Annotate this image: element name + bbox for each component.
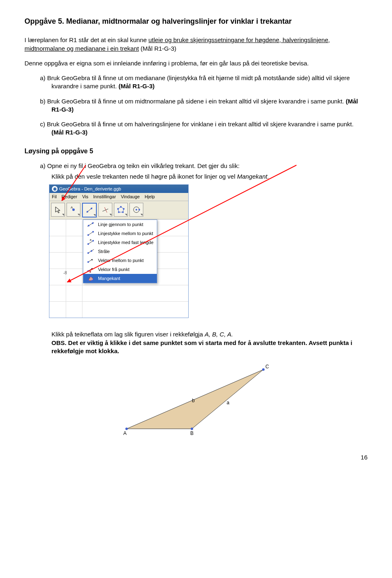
svg-point-27 bbox=[87, 252, 89, 254]
geogebra-screenshot: ◉ GeoGebra - Den_deriverte.ggb Fil Redig… bbox=[49, 184, 188, 318]
vertex-b-label: B bbox=[190, 430, 194, 436]
dd-label: Vektor frå punkt bbox=[98, 267, 129, 273]
menu-innstillingar[interactable]: Innstillingar bbox=[93, 194, 116, 200]
below-text-italic: A, B, C, A. bbox=[205, 331, 233, 338]
dropdown-triangle-icon bbox=[78, 214, 80, 216]
vertex-c-label: C bbox=[265, 364, 269, 370]
menu-vis[interactable]: Vis bbox=[82, 194, 88, 200]
menu-hjelp[interactable]: Hjelp bbox=[145, 194, 155, 200]
title-rest: Medianar, midtnormalar og halveringslinj… bbox=[66, 17, 292, 25]
page-title: Oppgåve 5. Medianar, midtnormalar og hal… bbox=[24, 16, 368, 26]
item-c: c) Bruk GeoGebra til å finne ut om halve… bbox=[40, 120, 368, 137]
svg-text:A: A bbox=[71, 206, 73, 209]
svg-marker-41 bbox=[127, 370, 263, 429]
vector-icon bbox=[87, 257, 95, 264]
solution-heading: Løysing på oppgåve 5 bbox=[24, 147, 368, 156]
axis-tick-label: -8 bbox=[63, 270, 67, 276]
geogebra-canvas[interactable]: -8 Linje gjennom to punkt Linjestykke me… bbox=[49, 220, 188, 318]
svg-point-10 bbox=[122, 211, 124, 213]
svg-point-11 bbox=[118, 211, 120, 213]
dd-vector[interactable]: Vektor mellom to punkt bbox=[83, 256, 157, 265]
svg-line-22 bbox=[88, 241, 93, 244]
below-text: Klikk på teikneflata om lag slik figuren… bbox=[51, 330, 368, 355]
svg-point-43 bbox=[191, 428, 193, 430]
title-prefix: Oppgåve 5. bbox=[24, 17, 64, 25]
svg-line-19 bbox=[88, 232, 93, 235]
item-a-bold: (Mål R1-G-3) bbox=[118, 83, 154, 90]
geogebra-app-icon: ◉ bbox=[52, 186, 58, 192]
dropdown-triangle-icon bbox=[94, 214, 96, 216]
dd-label: Linje gjennom to punkt bbox=[98, 222, 143, 228]
item-c-bold: (Mål R1-G-3) bbox=[51, 129, 87, 136]
below-text-bold: OBS. Det er viktig å klikke i det same p… bbox=[51, 339, 352, 354]
svg-point-42 bbox=[125, 428, 128, 430]
svg-point-3 bbox=[87, 211, 88, 213]
tool-dropdown: Linje gjennom to punkt Linjestykke mello… bbox=[83, 220, 157, 283]
dd-label: Mangekant bbox=[98, 276, 120, 282]
dropdown-triangle-icon bbox=[109, 214, 111, 216]
below-text-1: Klikk på teikneflata om lag slik figuren… bbox=[51, 331, 205, 338]
intro-text-1: I læreplanen for R1 står det at ein skal… bbox=[24, 36, 149, 43]
geogebra-toolbar: A bbox=[49, 201, 188, 220]
intro-text-2: (Mål R1-G-3) bbox=[139, 45, 176, 52]
svg-point-28 bbox=[91, 250, 92, 252]
dd-polygon[interactable]: Mangekant bbox=[83, 274, 157, 283]
dd-segment-fixed[interactable]: a Linjestykke med fast lengde bbox=[83, 238, 157, 247]
tool-circle[interactable] bbox=[129, 203, 143, 217]
ray-icon bbox=[87, 248, 95, 255]
svg-point-44 bbox=[262, 368, 265, 371]
svg-point-9 bbox=[123, 208, 125, 210]
svg-point-24 bbox=[92, 240, 94, 242]
tool-polygon[interactable] bbox=[114, 203, 128, 217]
item-b: b) Bruk GeoGebra til å finne ut om midtn… bbox=[40, 97, 368, 114]
dd-vector-from-point[interactable]: Vektor frå punkt bbox=[83, 265, 157, 274]
solution-a-line2: Klikk på den vesle trekanten nede til hø… bbox=[51, 173, 368, 181]
dropdown-triangle-icon bbox=[62, 214, 64, 216]
svg-point-17 bbox=[88, 225, 89, 226]
svg-point-15 bbox=[138, 209, 140, 211]
svg-point-38 bbox=[90, 276, 91, 277]
dropdown-triangle-icon bbox=[140, 214, 143, 216]
solution-a-line1: a) Opne ei ny fil i GeoGebra og teikn ei… bbox=[40, 162, 368, 170]
tool-pointer[interactable] bbox=[51, 203, 65, 217]
menu-fil[interactable]: Fil bbox=[52, 194, 57, 200]
svg-point-35 bbox=[89, 271, 91, 273]
menu-vindauge[interactable]: Vindauge bbox=[121, 194, 140, 200]
svg-point-20 bbox=[87, 234, 89, 236]
dd-label: Linjestykke mellom to punkt bbox=[98, 231, 153, 237]
tool-point[interactable]: A bbox=[67, 203, 80, 217]
segment-fixed-icon: a bbox=[87, 239, 95, 246]
vertex-a-label: A bbox=[123, 430, 127, 436]
triangle-figure: A B C a b bbox=[114, 363, 278, 437]
para-2: Denne oppgåva er eigna som ei innleiande… bbox=[24, 59, 368, 67]
item-b-text: b) Bruk GeoGebra til å finne ut om midtn… bbox=[40, 98, 346, 105]
line-icon bbox=[87, 221, 95, 228]
item-a: a) Bruk GeoGebra til å finne ut om media… bbox=[40, 74, 368, 91]
svg-point-31 bbox=[87, 261, 89, 263]
intro-paragraph: I læreplanen for R1 står det at ein skal… bbox=[24, 36, 368, 53]
svg-line-6 bbox=[105, 207, 107, 213]
svg-point-21 bbox=[92, 231, 94, 233]
svg-point-23 bbox=[87, 243, 89, 245]
dd-line-two-points[interactable]: Linje gjennom to punkt bbox=[83, 220, 157, 229]
svg-point-37 bbox=[87, 280, 89, 281]
tool-perpendicular[interactable] bbox=[98, 203, 112, 217]
svg-point-18 bbox=[92, 222, 94, 224]
tool-line[interactable] bbox=[82, 203, 97, 217]
dropdown-triangle-icon bbox=[125, 214, 127, 216]
segment-icon bbox=[87, 230, 95, 237]
geogebra-menubar[interactable]: Fil Rediger Vis Innstillingar Vindauge H… bbox=[49, 193, 188, 201]
svg-point-40 bbox=[91, 280, 93, 282]
svg-point-14 bbox=[136, 209, 137, 211]
svg-point-4 bbox=[91, 208, 92, 209]
dd-segment[interactable]: Linjestykke mellom to punkt bbox=[83, 229, 157, 238]
svg-point-8 bbox=[120, 206, 122, 208]
svg-text:a: a bbox=[90, 239, 91, 241]
item-a-text: a) Bruk GeoGebra til å finne ut om media… bbox=[40, 74, 350, 90]
svg-point-12 bbox=[117, 208, 119, 210]
sol-a2-italic: Mangekant. bbox=[237, 173, 269, 180]
item-c-text: c) Bruk GeoGebra til å finne ut om halve… bbox=[40, 121, 354, 128]
side-b-label: b bbox=[192, 398, 195, 403]
polygon-icon bbox=[87, 275, 95, 282]
geogebra-window: ◉ GeoGebra - Den_deriverte.ggb Fil Redig… bbox=[49, 184, 189, 318]
